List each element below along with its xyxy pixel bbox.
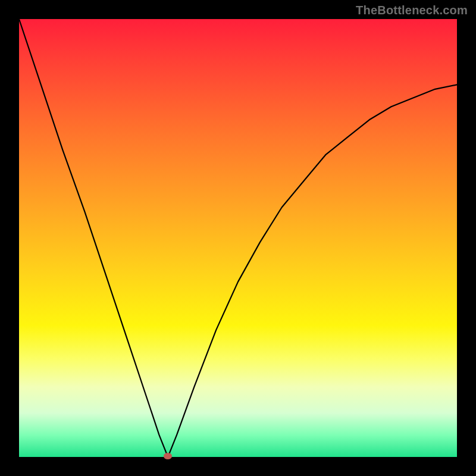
curve-svg xyxy=(19,19,457,457)
bottleneck-curve-path xyxy=(19,19,457,457)
plot-area xyxy=(19,19,457,457)
watermark-text: TheBottleneck.com xyxy=(356,4,468,17)
min-marker xyxy=(164,453,172,459)
chart-frame: TheBottleneck.com xyxy=(0,0,476,476)
